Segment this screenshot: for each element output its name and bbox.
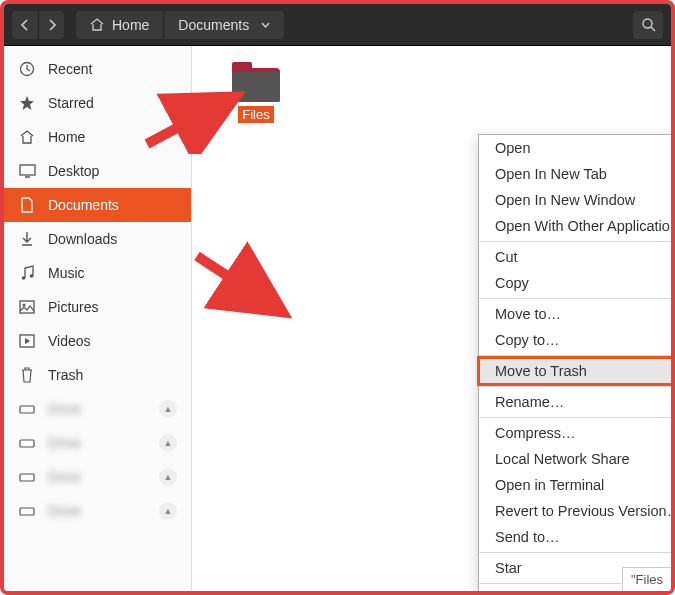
sidebar-item-videos[interactable]: Videos [4, 324, 191, 358]
sidebar-item-drive[interactable]: Drive ▲ [4, 426, 191, 460]
sidebar-item-pictures[interactable]: Pictures [4, 290, 191, 324]
menu-item-open-with[interactable]: Open With Other Application [479, 213, 671, 239]
svg-point-0 [643, 19, 652, 28]
pictures-icon [18, 298, 36, 316]
sidebar-item-music[interactable]: Music [4, 256, 191, 290]
sidebar-item-starred[interactable]: Starred [4, 86, 191, 120]
sidebar-item-desktop[interactable]: Desktop [4, 154, 191, 188]
home-icon [90, 18, 104, 31]
menu-item-rename[interactable]: Rename… F2 [479, 389, 671, 415]
drive-icon [18, 468, 36, 486]
content-area[interactable]: Files Open Return Open In New Tab Ctrl+ [192, 46, 671, 591]
downloads-icon [18, 230, 36, 248]
nav-buttons [12, 11, 64, 39]
documents-icon [18, 196, 36, 214]
sidebar-label: Drive [48, 435, 81, 451]
status-bar: "Files [622, 567, 671, 591]
sidebar-item-downloads[interactable]: Downloads [4, 222, 191, 256]
sidebar-item-trash[interactable]: Trash [4, 358, 191, 392]
pathbar: Home Documents [76, 11, 284, 39]
menu-separator [479, 298, 671, 299]
menu-item-copy-to[interactable]: Copy to… [479, 327, 671, 353]
home-icon [18, 128, 36, 146]
sidebar-item-drive[interactable]: Drive ▲ [4, 460, 191, 494]
menu-item-compress[interactable]: Compress… [479, 420, 671, 446]
menu-item-local-network-share[interactable]: Local Network Share [479, 446, 671, 472]
svg-point-4 [30, 274, 34, 278]
clock-icon [18, 60, 36, 78]
menu-separator [479, 386, 671, 387]
chevron-right-icon [47, 19, 57, 31]
menu-item-open-new-window[interactable]: Open In New Window Shift+Return [479, 187, 671, 213]
svg-line-13 [197, 256, 284, 313]
menu-item-send-to[interactable]: Send to… [479, 524, 671, 550]
svg-rect-5 [20, 301, 34, 313]
drive-icon [18, 502, 36, 520]
menu-label: Copy [495, 275, 529, 291]
menu-item-move-to-trash[interactable]: Move to Trash Delete [479, 358, 671, 384]
sidebar-item-documents[interactable]: Documents [4, 188, 191, 222]
menu-label: Open In New Tab [495, 166, 607, 182]
menu-label: Local Network Share [495, 451, 630, 467]
menu-separator [479, 552, 671, 553]
menu-separator [479, 355, 671, 356]
back-button[interactable] [12, 11, 38, 39]
context-menu: Open Return Open In New Tab Ctrl+Return … [478, 134, 671, 591]
menu-label: Rename… [495, 394, 564, 410]
svg-point-3 [22, 276, 26, 280]
search-icon [641, 17, 656, 32]
trash-icon [18, 366, 36, 384]
path-segment-home[interactable]: Home [76, 11, 163, 39]
menu-item-revert[interactable]: Revert to Previous Version… [479, 498, 671, 524]
dropdown-icon [261, 22, 270, 28]
eject-button[interactable]: ▲ [159, 468, 177, 486]
menu-label: Cut [495, 249, 518, 265]
svg-rect-9 [20, 440, 34, 447]
menu-item-open[interactable]: Open Return [479, 135, 671, 161]
svg-point-6 [23, 304, 26, 307]
menu-item-cut[interactable]: Cut Ctrl+X [479, 244, 671, 270]
folder-item[interactable]: Files [232, 62, 280, 123]
menu-label: Open In New Window [495, 192, 635, 208]
menu-item-copy[interactable]: Copy Ctrl+C [479, 270, 671, 296]
folder-icon [232, 62, 280, 102]
sidebar-label: Documents [48, 197, 119, 213]
menu-separator [479, 417, 671, 418]
desktop-icon [18, 162, 36, 180]
eject-button[interactable]: ▲ [159, 400, 177, 418]
menu-label: Star [495, 560, 522, 576]
menu-label: Open With Other Application [495, 218, 671, 234]
sidebar-label: Desktop [48, 163, 99, 179]
sidebar-item-drive[interactable]: Drive ▲ [4, 494, 191, 528]
annotation-arrow [189, 231, 299, 331]
sidebar-item-recent[interactable]: Recent [4, 52, 191, 86]
drive-icon [18, 434, 36, 452]
svg-rect-10 [20, 474, 34, 481]
forward-button[interactable] [38, 11, 64, 39]
sidebar-label: Recent [48, 61, 92, 77]
search-button[interactable] [633, 11, 663, 39]
menu-label: Compress… [495, 425, 576, 441]
path-segment-documents[interactable]: Documents [163, 11, 284, 39]
sidebar-label: Starred [48, 95, 94, 111]
folder-label: Files [238, 106, 273, 123]
menu-label: Open [495, 140, 530, 156]
menu-item-move-to[interactable]: Move to… [479, 301, 671, 327]
sidebar-item-drive[interactable]: Drive ▲ [4, 392, 191, 426]
sidebar-label: Home [48, 129, 85, 145]
menu-label: Move to Trash [495, 363, 587, 379]
sidebar: Recent Starred Home Desktop Documents Do… [4, 46, 192, 591]
chevron-left-icon [20, 19, 30, 31]
videos-icon [18, 332, 36, 350]
sidebar-item-home[interactable]: Home [4, 120, 191, 154]
menu-label: Copy to… [495, 332, 559, 348]
sidebar-label: Music [48, 265, 85, 281]
eject-button[interactable]: ▲ [159, 502, 177, 520]
path-label: Home [112, 17, 149, 33]
music-icon [18, 264, 36, 282]
menu-item-open-new-tab[interactable]: Open In New Tab Ctrl+Return [479, 161, 671, 187]
menu-separator [479, 241, 671, 242]
menu-item-open-terminal[interactable]: Open in Terminal [479, 472, 671, 498]
eject-button[interactable]: ▲ [159, 434, 177, 452]
svg-rect-2 [20, 165, 35, 175]
